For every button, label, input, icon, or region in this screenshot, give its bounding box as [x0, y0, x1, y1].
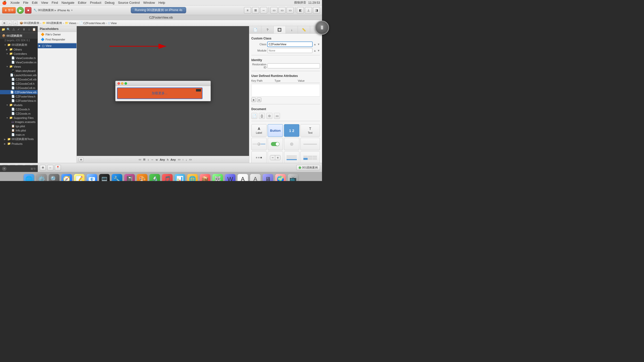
- sidebar-folder-icon[interactable]: 📁: [1, 27, 6, 32]
- widget-stepper2[interactable]: − +: [268, 151, 283, 163]
- sidebar-item-001[interactable]: ▼ 📁 001团购案例: [0, 42, 37, 47]
- project-header[interactable]: 📦 001团购案例: [0, 33, 37, 39]
- sidebar-source-icon[interactable]: ↕: [27, 27, 31, 32]
- sidebar-log-icon[interactable]: 📋: [32, 27, 36, 32]
- widget-slider[interactable]: [251, 138, 267, 150]
- sidebar-item-controllers[interactable]: ▼ 📁 Controllers: [0, 52, 37, 56]
- dock-spotlight[interactable]: 🔍: [49, 174, 59, 181]
- sidebar-item-czfooterview-h[interactable]: 📄 CZFooterView.h: [0, 94, 37, 99]
- sidebar-item-czfooterview-m[interactable]: 📄 CZFooterView.m: [0, 99, 37, 103]
- pause-overlay-btn[interactable]: ⏸: [315, 21, 322, 35]
- sidebar-item-models[interactable]: ▼ 📁 Models: [0, 103, 37, 107]
- dock-browser2[interactable]: 🌍: [275, 174, 286, 181]
- bc-item-3[interactable]: CZFooterView.xib: [83, 22, 105, 25]
- widget-collection[interactable]: [300, 151, 320, 163]
- widget-stepper-num[interactable]: 1 2: [284, 124, 299, 137]
- menu-xcode[interactable]: Xcode: [10, 1, 20, 5]
- doc-icon-1[interactable]: 📄: [251, 113, 257, 119]
- dock-paint[interactable]: 🎨: [137, 174, 147, 181]
- menu-help[interactable]: Help: [158, 1, 165, 5]
- insp-tab-attributes[interactable]: ↓: [286, 26, 298, 33]
- insp-tab-size[interactable]: 📏: [298, 26, 310, 33]
- dock-game[interactable]: 🐺: [212, 174, 223, 181]
- dock-filezilla[interactable]: 📦: [200, 174, 210, 181]
- size-icon7[interactable]: ↓: [186, 158, 187, 161]
- bc-item-2[interactable]: Views: [69, 22, 76, 25]
- sidebar-item-tgs-plist[interactable]: 📋 tgs.plist: [0, 124, 37, 128]
- sidebar-item-main-storyboard[interactable]: 📱 Main.storyboard: [0, 69, 37, 73]
- bottom-location-btn[interactable]: 📍: [55, 165, 61, 170]
- scheme-selector[interactable]: 🔧 001团购案例 ▶ iPhone 4s ▼: [33, 8, 73, 12]
- dock-type2[interactable]: A: [250, 174, 261, 181]
- bc-item-1[interactable]: 001团购案例: [46, 21, 62, 25]
- restoration-id-input[interactable]: [267, 63, 320, 68]
- sidebar-item-launchscreen[interactable]: 📄 LaunchScreen.xib: [0, 73, 37, 77]
- sidebar-search-icon[interactable]: 🔍: [6, 27, 11, 32]
- dock-onenode[interactable]: 📓: [124, 174, 135, 181]
- bottom-build-btn[interactable]: ⊕: [40, 165, 46, 170]
- udra-add-btn[interactable]: +: [251, 98, 256, 102]
- dock-tools2[interactable]: 🔬: [149, 174, 160, 181]
- bottom-scheme-btn[interactable]: 001团购案例: [296, 165, 320, 170]
- module-chevron-down[interactable]: ▼: [317, 49, 320, 52]
- menu-file[interactable]: File: [23, 1, 28, 5]
- widget-progress[interactable]: [300, 138, 320, 150]
- sidebar-item-supporting[interactable]: ▼ 📁 Supporting Files: [0, 116, 37, 120]
- menu-debug[interactable]: Debug: [105, 1, 114, 5]
- widget-switch[interactable]: [268, 138, 283, 150]
- doc-icon-2[interactable]: {}: [259, 113, 265, 119]
- resize-handle[interactable]: [196, 89, 201, 92]
- outline-files-owner[interactable]: 🔶 File's Owner: [38, 32, 76, 37]
- widget-button[interactable]: Button: [268, 124, 283, 137]
- sidebar-item-czgoodscell-xib[interactable]: 📄 CZGoodsCell.xib: [0, 77, 37, 81]
- sidebar-item-images[interactable]: 🗂 Images.xcassets: [0, 120, 37, 124]
- size-icon6[interactable]: ↑: [182, 158, 184, 161]
- utilities-btn[interactable]: ◨: [313, 7, 320, 14]
- menu-source-control[interactable]: Source Control: [118, 1, 140, 5]
- sidebar-item-products[interactable]: ▶ 📁 Products: [0, 142, 37, 146]
- widget-text-field[interactable]: T Text: [300, 124, 320, 137]
- menu-view[interactable]: View: [41, 1, 48, 5]
- bc-item-0[interactable]: 001团购案例: [24, 21, 39, 25]
- maximize-btn[interactable]: [125, 82, 127, 85]
- outline-first-responder[interactable]: 🔷 First Responder: [38, 37, 76, 42]
- doc-icon-4[interactable]: ▭: [274, 113, 280, 119]
- class-input[interactable]: [267, 42, 312, 47]
- sidebar-item-czgoodscell-h[interactable]: 📄 CZGoodsCell.h: [0, 81, 37, 86]
- menu-navigate[interactable]: Navigate: [61, 1, 74, 5]
- sidebar-item-czgoodscell-m[interactable]: 📄 CZGoodsCell.m: [0, 86, 37, 90]
- widget-label[interactable]: A Label: [251, 124, 267, 137]
- sidebar-item-info-plist[interactable]: 📋 Info.plist: [0, 128, 37, 132]
- sidebar-item-czgoods-m[interactable]: 📄 CZGoods.m: [0, 111, 37, 116]
- nav-forward[interactable]: →: [13, 21, 18, 25]
- close-btn[interactable]: [117, 82, 120, 85]
- sidebar-item-czfooterview-xib[interactable]: 📄 CZFooterView.xib: [0, 90, 37, 94]
- dock-music[interactable]: 🎵: [162, 174, 173, 181]
- module-input[interactable]: [267, 48, 312, 53]
- sidebar-test-icon[interactable]: ✓: [16, 27, 21, 32]
- doc-icon-3[interactable]: ⊙: [266, 113, 272, 119]
- bottom-connect-btn[interactable]: ↔: [47, 165, 53, 170]
- bc-item-4[interactable]: View: [111, 22, 117, 25]
- zoom-fit-btn[interactable]: ⊕: [79, 157, 83, 162]
- dock-finder[interactable]: 🌐: [24, 174, 34, 181]
- class-chevron-down[interactable]: ▼: [317, 43, 320, 46]
- sidebar-item-czgoods-h[interactable]: 📄 CZGoods.h: [0, 107, 37, 111]
- standard-editor-btn[interactable]: ▭: [270, 7, 277, 14]
- dock-terminal[interactable]: 💻: [99, 174, 110, 181]
- menu-find[interactable]: Find: [52, 1, 58, 5]
- nav-back[interactable]: ←: [8, 21, 12, 25]
- menu-product[interactable]: Product: [90, 1, 101, 5]
- run-button[interactable]: ▶: [17, 7, 24, 14]
- sidebar-item-views[interactable]: ▼ 📁 Views: [0, 64, 37, 69]
- menu-window[interactable]: Window: [143, 1, 155, 5]
- widget-activity[interactable]: ⊛: [284, 138, 299, 150]
- structure-btn[interactable]: ≡: [244, 7, 251, 14]
- dock-w[interactable]: W: [225, 174, 235, 181]
- size-icon4[interactable]: ↔: [151, 158, 154, 161]
- dock-screen2[interactable]: 📺: [288, 174, 298, 181]
- sidebar-item-viewcontroller-m[interactable]: 📄 ViewController.m: [0, 60, 37, 64]
- insp-tab-identity[interactable]: 🔲: [274, 26, 286, 33]
- sidebar-item-viewcontroller-h[interactable]: 📄 ViewController.h: [0, 56, 37, 60]
- assistant-editor-btn[interactable]: ▭: [278, 7, 286, 14]
